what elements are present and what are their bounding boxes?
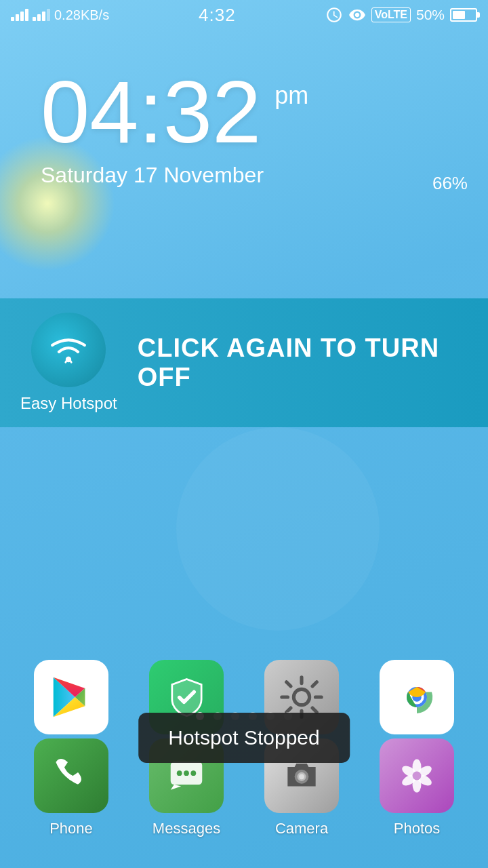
toast-notification: Hotspot Stopped [138, 713, 350, 763]
eye-icon [348, 6, 366, 24]
svg-point-10 [299, 774, 304, 779]
clock-date: Saturday 17 November [41, 163, 264, 188]
app-phone[interactable]: Phone [14, 725, 129, 848]
svg-point-0 [293, 689, 309, 705]
status-bar: 0.28KB/s 4:32 VoLTE 50% [0, 0, 488, 30]
svg-point-6 [184, 770, 189, 776]
hotspot-band[interactable]: Easy Hotspot CLICK AGAIN TO TURN OFF [0, 298, 488, 427]
phone-label: Phone [49, 820, 93, 837]
status-time: 4:32 [199, 5, 236, 26]
battery-percent-top: 66% [432, 173, 468, 194]
svg-point-7 [190, 770, 196, 776]
battery-percent: 50% [416, 7, 445, 23]
clock-section: 04:32 pm Saturday 17 November [41, 68, 264, 188]
signal-1 [11, 9, 28, 21]
wifi-icon [45, 326, 92, 374]
status-left: 0.28KB/s [11, 7, 109, 23]
clock-ampm: pm [274, 81, 308, 110]
battery-icon [450, 8, 477, 22]
hotspot-app-name: Easy Hotspot [20, 394, 117, 413]
app-photos[interactable]: Photos [359, 725, 474, 848]
svg-point-5 [177, 770, 182, 776]
network-speed: 0.28KB/s [54, 7, 109, 23]
volte-badge: VoLTE [371, 7, 411, 22]
photos-label: Photos [394, 820, 441, 837]
photos-icon [380, 738, 454, 813]
hotspot-message: CLICK AGAIN TO TURN OFF [138, 334, 468, 392]
phone-icon [34, 738, 108, 813]
hotspot-icon-wrap: Easy Hotspot [20, 313, 117, 413]
alarm-icon [325, 6, 343, 24]
camera-label: Camera [275, 820, 328, 837]
signal-2 [33, 9, 50, 21]
messages-label: Messages [152, 820, 220, 837]
status-right: VoLTE 50% [325, 6, 477, 24]
clock-time: 04:32 [41, 62, 261, 161]
toast-text: Hotspot Stopped [168, 726, 320, 749]
hotspot-circle [31, 313, 106, 387]
svg-point-17 [413, 772, 422, 781]
